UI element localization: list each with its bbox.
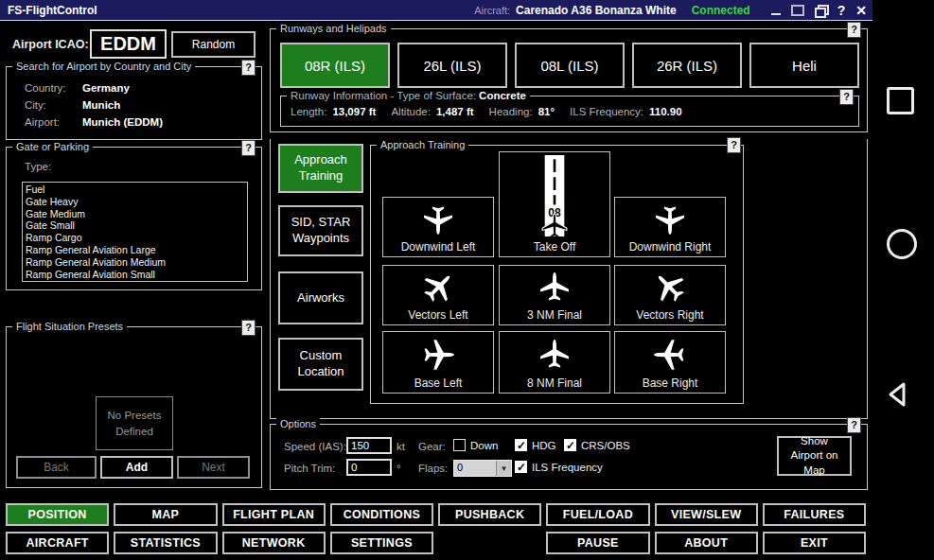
approach-cell-base-right[interactable]: Base Right (614, 331, 726, 394)
approach-help-icon[interactable]: ? (727, 137, 741, 153)
mode-custom-location-button[interactable]: Custom Location (278, 338, 363, 391)
gate-type-option[interactable]: Fuel (23, 184, 247, 196)
airport-value[interactable]: Munich (EDDM) (82, 116, 163, 128)
pitch-trim-input[interactable] (346, 459, 392, 476)
gate-type-option[interactable]: Ramp General Aviation Small (23, 269, 247, 281)
country-value[interactable]: Germany (82, 82, 130, 94)
length-value: 13,097 ft (332, 106, 376, 117)
gear-down-checkbox-row[interactable]: Down (453, 439, 498, 451)
nav-aircraft-button[interactable]: AIRCRAFT (6, 532, 109, 554)
restore-windows-icon[interactable] (815, 5, 827, 15)
runways-help-icon[interactable]: ? (847, 22, 861, 38)
ils-frequency-checkbox-row[interactable]: ILS Frequency (515, 461, 603, 473)
runway-button-08r[interactable]: 08R (ILS) (280, 43, 390, 88)
flight-presets-legend: Flight Situation Presets (12, 321, 127, 332)
nav-conditions-button[interactable]: CONDITIONS (330, 503, 433, 526)
nav-statistics-button[interactable]: STATISTICS (114, 532, 217, 554)
hdg-label: HDG (532, 440, 556, 451)
nav-flight-plan-button[interactable]: FLIGHT PLAN (222, 503, 326, 526)
presets-add-button[interactable]: Add (100, 456, 173, 479)
gate-type-listbox: Fuel Gate Heavy Gate Medium Gate Small R… (22, 182, 248, 282)
cell-label: Base Left (383, 376, 493, 390)
city-value[interactable]: Munich (82, 99, 120, 111)
home-icon[interactable] (887, 229, 917, 259)
approach-cell-downwind-right[interactable]: Downwind Right (614, 197, 726, 257)
recent-apps-icon[interactable] (887, 87, 914, 114)
gate-type-option[interactable]: Ramp General Aviation Medium (23, 256, 247, 269)
search-help-icon[interactable]: ? (241, 60, 256, 76)
nav-pushback-button[interactable]: PUSHBACK (438, 503, 541, 526)
speed-ias-label: Speed (IAS): (284, 441, 346, 452)
show-airport-on-map-button[interactable]: Show Airport on Map (777, 436, 852, 476)
approach-cell-base-left[interactable]: Base Left (382, 331, 494, 394)
ils-frequency-checkbox[interactable] (515, 461, 527, 473)
gate-type-option[interactable]: Ramp General Aviation Large (23, 244, 247, 256)
heading-value: 81° (538, 106, 555, 117)
nav-position-button[interactable]: POSITION (6, 503, 109, 526)
titlebar-help-icon[interactable]: ? (837, 4, 846, 17)
title-bar: FS-FlightControl Aircraft: Carenado A36 … (0, 0, 872, 21)
gate-help-icon[interactable]: ? (241, 140, 256, 156)
nav-pause-button[interactable]: PAUSE (546, 532, 649, 554)
approach-cell-take-off[interactable]: 08 Take Off (499, 151, 610, 257)
mode-sid-star-button[interactable]: SID, STAR Waypoints (278, 205, 363, 256)
gate-type-option[interactable]: Gate Heavy (23, 196, 247, 208)
crs-obs-label: CRS/OBS (581, 440, 630, 451)
runway-button-26l[interactable]: 26L (ILS) (397, 43, 507, 88)
approach-cell-3nm-final[interactable]: 3 NM Final (499, 265, 610, 325)
speed-unit-label: kt (397, 441, 405, 452)
approach-cell-8nm-final[interactable]: 8 NM Final (499, 331, 610, 394)
nav-map-button[interactable]: MAP (114, 503, 217, 526)
crs-obs-checkbox-row[interactable]: CRS/OBS (564, 439, 630, 451)
runway-info-help-icon[interactable]: ? (839, 89, 854, 105)
ils-frequency-checkbox-label: ILS Frequency (532, 462, 603, 473)
cell-label: Take Off (500, 240, 609, 254)
runway-button-08l[interactable]: 08L (ILS) (515, 43, 625, 88)
gear-down-checkbox[interactable] (453, 439, 466, 451)
aircraft-name: Carenado A36 Bonanza White (516, 4, 677, 17)
back-icon[interactable] (884, 380, 912, 409)
flaps-dropdown-arrow-icon[interactable] (496, 461, 511, 476)
gate-parking-legend: Gate or Parking (12, 141, 93, 152)
nav-about-button[interactable]: ABOUT (655, 532, 758, 554)
options-help-icon[interactable]: ? (847, 417, 861, 433)
approach-cell-vectors-left[interactable]: Vectors Left (382, 265, 494, 325)
gate-type-option[interactable]: Ramp Cargo (23, 232, 247, 244)
nav-network-button[interactable]: NETWORK (222, 532, 326, 554)
approach-cell-downwind-left[interactable]: Downwind Left (382, 197, 494, 257)
speed-ias-input[interactable] (346, 437, 392, 454)
gate-type-label: Type: (25, 161, 51, 172)
nav-settings-button[interactable]: SETTINGS (330, 532, 433, 554)
runway-info-group: Runway Information - Type of Surface: Co… (280, 96, 859, 127)
runway-button-26r[interactable]: 26R (ILS) (632, 43, 742, 88)
hdg-checkbox[interactable] (515, 439, 527, 451)
runways-legend: Runways and Helipads (276, 23, 391, 34)
mode-approach-training-button[interactable]: Approach Training (278, 144, 363, 193)
presets-next-button[interactable]: Next (177, 456, 250, 479)
position-mode-panel: Approach Training SID, STAR Waypoints Ai… (270, 139, 868, 419)
plane-down-icon (383, 201, 493, 237)
maximize-icon[interactable] (791, 5, 804, 16)
nav-view-slew-button[interactable]: VIEW/SLEW (655, 503, 758, 526)
presets-help-icon[interactable]: ? (241, 320, 256, 336)
nav-failures-button[interactable]: FAILURES (763, 503, 866, 526)
gate-type-option[interactable]: Gate Small (23, 219, 247, 232)
flaps-dropdown[interactable]: 0 (453, 460, 512, 477)
mode-airworks-button[interactable]: Airworks (278, 271, 363, 324)
runway-button-heli[interactable]: Heli (749, 43, 859, 88)
minimize-icon[interactable] (771, 5, 781, 15)
gate-type-option[interactable]: Gate Medium (23, 208, 247, 220)
hdg-checkbox-row[interactable]: HDG (515, 439, 556, 451)
approach-training-legend: Approach Training (377, 139, 468, 150)
approach-cell-vectors-right[interactable]: Vectors Right (614, 265, 726, 325)
crs-obs-checkbox[interactable] (564, 439, 576, 451)
close-icon[interactable]: ✕ (855, 4, 867, 17)
nav-fuel-load-button[interactable]: FUEL/LOAD (546, 503, 649, 526)
flight-presets-group: Flight Situation Presets ? No Presets De… (6, 326, 262, 488)
pitch-unit-label: ° (397, 463, 401, 474)
cell-label: 8 NM Final (500, 376, 609, 390)
nav-exit-button[interactable]: EXIT (763, 532, 866, 554)
random-airport-button[interactable]: Random (171, 31, 256, 58)
presets-back-button[interactable]: Back (16, 456, 97, 479)
airport-icao-input[interactable] (90, 29, 167, 59)
